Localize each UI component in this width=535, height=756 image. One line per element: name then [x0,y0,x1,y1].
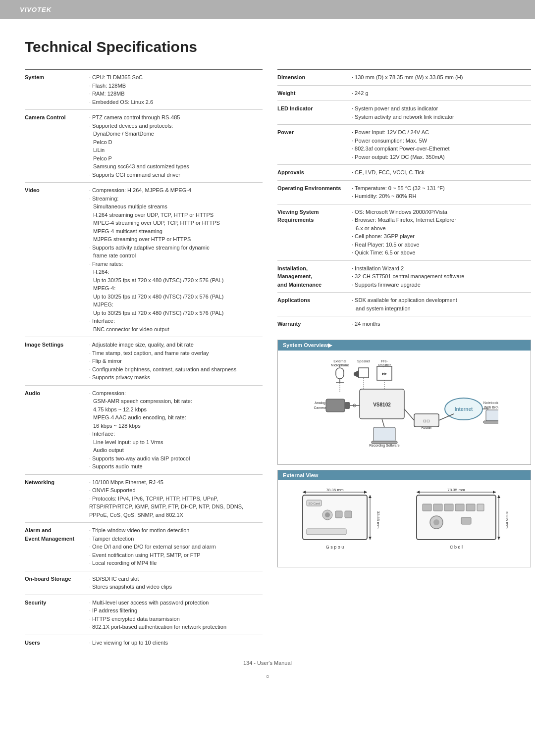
svg-rect-49 [335,511,342,518]
spec-value: · Installation Wizard 2· 32-CH ST7501 ce… [347,260,531,293]
svg-marker-9 [354,370,359,378]
right-spec-row: Installation, Management,and Maintenance… [277,260,531,293]
svg-rect-37 [374,427,395,441]
svg-line-28 [404,409,414,420]
svg-line-39 [382,419,384,427]
spec-value: · System power and status indicator· Sys… [347,101,531,125]
right-spec-row: Viewing SystemRequirements· OS: Microsof… [277,204,531,260]
svg-text:Notebook with: Notebook with [483,401,498,404]
left-spec-row: Video· Compression: H.264, MJPEG & MPEG-… [25,183,263,337]
left-spec-row: System· CPU: TI DM365 SoC· Flash: 128MB·… [25,70,263,110]
header-bar: VIVOTEK [0,0,535,19]
svg-marker-58 [417,491,420,494]
svg-text:Internet: Internet [455,406,473,412]
content-area: Technical Specifications System· CPU: TI… [0,19,535,695]
spec-value: · CPU: TI DM365 SoC· Flash: 128MB· RAM: … [84,70,263,110]
left-spec-row: Users· Live viewing for up to 10 clients [25,635,263,650]
left-spec-table: System· CPU: TI DM365 SoC· Flash: 128MB·… [25,69,263,650]
spec-label: Users [25,635,84,650]
spec-label: Installation, Management,and Maintenance [277,260,347,293]
right-spec-row: Power· Power Input: 12V DC / 24V AC· Pow… [277,125,531,165]
spec-value: · CE, LVD, FCC, VCCI, C-Tick [347,165,531,181]
spec-label: Camera Control [25,110,84,183]
svg-marker-42 [364,491,367,494]
svg-text:33.85 mm: 33.85 mm [376,511,380,529]
svg-text:Camera: Camera [314,406,326,409]
svg-rect-70 [461,517,471,524]
spec-label: Approvals [277,165,347,181]
left-spec-row: Camera Control· PTZ camera control throu… [25,110,263,183]
page-title: Technical Specifications [25,39,510,55]
svg-text:Recording Software: Recording Software [369,444,400,448]
svg-text:SD Card: SD Card [308,502,320,505]
spec-label: LED Indicator [277,101,347,125]
svg-text:G s p o u: G s p o u [326,545,344,550]
left-spec-row: Image Settings· Adjustable image size, q… [25,337,263,386]
system-overview-svg: External Microphone Speaker Pre- amplifi… [310,355,498,459]
left-spec-row: Alarm andEvent Management· Triple-window… [25,523,263,571]
spec-value: · 242 g [347,85,531,101]
spec-value: · SDK available for application developm… [347,293,531,316]
svg-text:Microphone: Microphone [331,363,349,367]
spec-value: · 24 months [347,316,531,332]
spec-label: On-board Storage [25,571,84,595]
svg-text:78.35 mm: 78.35 mm [326,488,344,492]
spec-value: · Multi-level user access with password … [84,595,263,635]
spec-value: · 10/100 Mbps Ethernet, RJ-45· ONVIF Sup… [84,474,263,523]
svg-rect-67 [477,504,484,511]
svg-rect-51 [307,529,346,535]
svg-marker-53 [369,495,372,498]
svg-point-48 [325,512,330,517]
svg-point-69 [433,519,439,525]
spec-value: · PTZ camera control through RS-485· Sup… [84,110,263,183]
spec-value: · Temperature: 0 ~ 55 °C (32 ~ 131 °F)· … [347,180,531,204]
svg-text:33.85 mm: 33.85 mm [505,511,509,529]
main-layout: System· CPU: TI DM365 SoC· Flash: 128MB·… [25,69,510,650]
svg-text:VS8102: VS8102 [373,402,391,407]
spec-value: · Power Input: 12V DC / 24V AC· Power co… [347,125,531,165]
spec-label: System [25,70,84,110]
left-spec-row: Security· Multi-level user access with p… [25,595,263,635]
system-overview-diagram: External Microphone Speaker Pre- amplifi… [278,351,531,464]
left-spec-row: Networking· 10/100 Mbps Ethernet, RJ-45·… [25,474,263,523]
svg-marker-73 [497,537,500,540]
right-spec-table: Dimension· 130 mm (D) x 78.35 mm (W) x 3… [277,69,531,332]
external-view-box: External View 78.35 mm [277,470,531,567]
spec-label: Image Settings [25,337,84,386]
brand-logo: VIVOTEK [20,6,52,13]
spec-label: Security [25,595,84,635]
svg-rect-64 [444,504,453,511]
spec-value: · Adjustable image size, quality, and bi… [84,337,263,386]
svg-marker-59 [493,491,496,494]
page: VIVOTEK Technical Specifications System·… [0,0,535,756]
footer-bar: 134 - User's Manual [25,660,510,671]
svg-rect-50 [345,511,352,518]
right-spec-row: Weight· 242 g [277,85,531,101]
system-overview-box: System Overview▶ External Microphone Spe… [277,340,531,465]
spec-label: Power [277,125,347,165]
spec-label: Video [25,183,84,337]
spec-label: Warranty [277,316,347,332]
svg-text:Pre-: Pre- [381,359,388,363]
svg-text:amplifier: amplifier [378,363,391,367]
spec-label: Applications [277,293,347,316]
system-overview-title: System Overview▶ [278,340,531,351]
spec-label: Weight [277,85,347,101]
svg-marker-41 [303,491,306,494]
left-spec-row: On-board Storage· SD/SDHC card slot· Sto… [25,571,263,595]
spec-value: · 130 mm (D) x 78.35 mm (W) x 33.85 mm (… [347,70,531,86]
svg-text:⊟⊟: ⊟⊟ [423,419,430,423]
svg-text:78.35 mm: 78.35 mm [447,488,465,492]
svg-rect-5 [336,368,344,379]
svg-rect-34 [483,421,498,423]
svg-marker-54 [369,537,372,540]
svg-rect-18 [345,402,350,409]
svg-text:Analog: Analog [315,401,325,405]
svg-marker-72 [497,495,500,498]
svg-rect-33 [486,410,498,421]
svg-rect-63 [433,504,442,511]
spec-label: Operating Environments [277,180,347,204]
left-spec-row: Audio· Compression:GSM-AMR speech compre… [25,385,263,474]
spec-label: Dimension [277,70,347,86]
page-number: 134 - User's Manual [243,660,292,666]
